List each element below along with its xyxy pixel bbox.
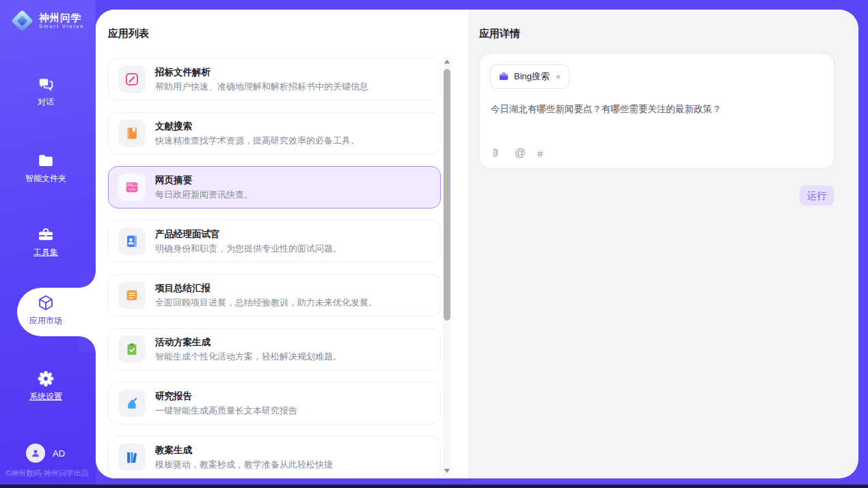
scrollbar-thumb[interactable]: [444, 69, 450, 321]
book-icon: [124, 126, 139, 141]
app-icon-box: [118, 444, 146, 471]
toolbox-icon: [37, 226, 55, 243]
app-card-desc: 帮助用户快速、准确地理解和解析招标书中的关键信息: [155, 81, 368, 93]
brand-diamond-icon: [11, 10, 33, 31]
sidebar-item-app-market[interactable]: 应用市场: [17, 288, 96, 336]
app-card-research-report[interactable]: 研究报告 一键智能生成高质量长文本研究报告: [108, 382, 441, 424]
app-icon-box: [118, 120, 146, 147]
brand-logo: 神州问学 Smart Vision: [11, 10, 84, 31]
app-card-desc: 全面回顾项目进展，总结经验教训，助力未来优化发展。: [155, 297, 377, 309]
sidebar-item-label: 对话: [0, 96, 92, 108]
gear-icon: [37, 370, 55, 388]
app-icon-box: [118, 282, 146, 309]
brand-name: 神州问学: [39, 12, 84, 23]
mention-button[interactable]: @: [515, 147, 526, 159]
scroll-up-arrow-icon[interactable]: [444, 59, 450, 64]
hashtag-button[interactable]: #: [537, 148, 543, 159]
app-card-title: 产品经理面试官: [155, 228, 342, 241]
app-card-bid-parse[interactable]: 招标文件解析 帮助用户快速、准确地理解和解析招标书中的关键信息: [108, 58, 441, 100]
edit-icon: [124, 72, 139, 87]
sidebar-item-smart-folder[interactable]: 智能文件夹: [0, 152, 92, 185]
app-icon-box: [118, 336, 146, 363]
interviewer-icon: [124, 234, 139, 249]
user-account[interactable]: AD: [26, 444, 65, 463]
app-card-title: 网页摘要: [155, 174, 253, 187]
app-icon-box: </>: [118, 174, 146, 201]
attach-file-button[interactable]: [491, 147, 503, 159]
app-card-pm-interviewer[interactable]: 产品经理面试官 明确身份和职责，为您提供专业性的面试问题。: [108, 220, 441, 262]
app-card-title: 研究报告: [155, 390, 297, 403]
sidebar-item-label: 智能文件夹: [0, 173, 92, 185]
app-card-web-summary-selected[interactable]: </> 网页摘要 每日政府新闻资讯快查。: [108, 166, 441, 208]
sidebar-item-label: 系统设置: [0, 391, 92, 403]
browser-code-icon: </>: [124, 180, 139, 195]
app-card-literature-search[interactable]: 文献搜索 快速精准查找学术资源，提高研究效率的必备工具。: [108, 112, 441, 154]
app-card-title: 文献搜索: [155, 120, 360, 133]
app-card-desc: 每日政府新闻资讯快查。: [155, 189, 253, 201]
note-icon: [124, 288, 139, 303]
sidebar-item-toolset[interactable]: 工具集: [0, 226, 92, 258]
app-card-desc: 一键智能生成高质量长文本研究报告: [155, 405, 297, 417]
clipboard-check-icon: [124, 342, 139, 357]
sidebar: 神州问学 Smart Vision 对话 智能文件夹 工具: [0, 0, 96, 488]
prompt-input[interactable]: 今日湖北有哪些新闻要点？有哪些需要关注的最新政策？: [491, 103, 823, 115]
app-list-title: 应用列表: [108, 27, 149, 40]
app-list-panel: 应用列表 招标文件解析 帮助用户快速、准确地理解和解析招标书中的关键信息: [96, 10, 469, 478]
app-icon-box: [118, 228, 146, 255]
tool-chip-bing-search[interactable]: Bing搜索 ×: [490, 64, 569, 89]
copyright-footer: ©神州数码·神州问学出品: [5, 468, 89, 478]
app-card-title: 项目总结汇报: [155, 282, 377, 295]
app-card-project-summary[interactable]: 项目总结汇报 全面回顾项目进展，总结经验教训，助力未来优化发展。: [108, 274, 441, 316]
sidebar-item-label: 工具集: [0, 247, 92, 258]
briefcase-icon: [498, 71, 509, 82]
app-card-desc: 快速精准查找学术资源，提高研究效率的必备工具。: [155, 135, 360, 147]
paperclip-icon: [491, 147, 503, 159]
books-icon: [124, 450, 139, 465]
run-button[interactable]: 运行: [800, 185, 834, 206]
app-card-title: 活动方案生成: [155, 336, 342, 349]
app-icon-box: [118, 66, 146, 93]
app-card-lesson-plan[interactable]: 教案生成 模板驱动，教案秒成，教学准备从此轻松快捷: [108, 436, 441, 478]
app-card-desc: 模板驱动，教案秒成，教学准备从此轻松快捷: [155, 459, 333, 471]
app-window: 神州问学 Smart Vision 对话 智能文件夹 工具: [0, 0, 868, 488]
chip-label: Bing搜索: [514, 70, 550, 83]
list-scrollbar[interactable]: [443, 57, 451, 476]
content-area: 应用列表 招标文件解析 帮助用户快速、准确地理解和解析招标书中的关键信息: [96, 10, 858, 478]
sidebar-item-label: 应用市场: [17, 315, 74, 327]
app-detail-title: 应用详情: [479, 27, 520, 40]
bottom-taskbar: [0, 485, 868, 488]
cube-icon: [37, 294, 55, 312]
app-card-event-plan[interactable]: 活动方案生成 智能生成个性化活动方案，轻松解决规划难题。: [108, 328, 441, 370]
svg-text:</>: </>: [128, 187, 136, 191]
ink-quill-icon: [124, 396, 139, 411]
bubble-curve-top: [79, 271, 96, 288]
sidebar-item-settings[interactable]: 系统设置: [0, 370, 92, 403]
app-card-title: 教案生成: [155, 444, 333, 457]
person-icon: [29, 447, 42, 459]
app-icon-box: [118, 390, 146, 417]
chat-icon: [37, 75, 55, 93]
app-card-desc: 智能生成个性化活动方案，轻松解决规划难题。: [155, 351, 342, 363]
avatar: [26, 444, 45, 463]
user-initials: AD: [53, 448, 65, 459]
sidebar-item-chat[interactable]: 对话: [0, 75, 92, 108]
folder-icon: [37, 152, 55, 170]
scroll-down-arrow-icon[interactable]: [444, 469, 450, 473]
app-card-desc: 明确身份和职责，为您提供专业性的面试问题。: [155, 243, 342, 255]
bubble-curve-bottom: [79, 336, 96, 353]
chip-close-icon[interactable]: ×: [556, 72, 561, 82]
prompt-toolbar: @ #: [491, 147, 543, 159]
prompt-card: Bing搜索 × 今日湖北有哪些新闻要点？有哪些需要关注的最新政策？ @ #: [479, 53, 835, 169]
brand-subtitle: Smart Vision: [39, 23, 84, 29]
app-card-list: 招标文件解析 帮助用户快速、准确地理解和解析招标书中的关键信息 文献搜索: [108, 58, 441, 478]
app-card-title: 招标文件解析: [155, 66, 368, 79]
app-detail-panel: 应用详情 Bing搜索 × 今日湖北有哪些新闻要点？有哪些需要关注的最新政策？: [470, 10, 858, 478]
